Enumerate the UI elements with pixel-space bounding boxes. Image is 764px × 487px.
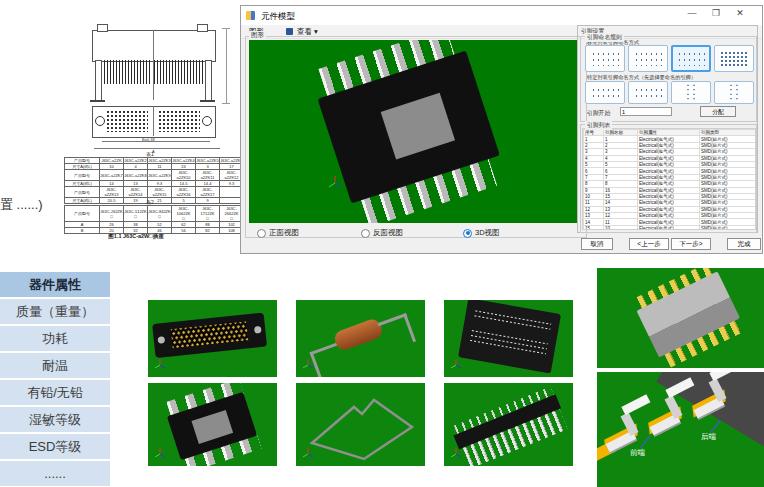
tile-outline-3d	[296, 383, 425, 466]
radio-icon	[463, 229, 472, 238]
figure-caption: 图1.1 J63C-a2W□插座	[30, 233, 242, 240]
viewport-3d[interactable]	[249, 40, 577, 223]
specific-naming-button[interactable]	[585, 81, 625, 104]
connector-drawing: B±0.38 A 表1 产品型号J63C-a2ZKJ63C-a2ZK2J63C-…	[30, 0, 242, 252]
dialog-titlebar[interactable]: 元件模型 — ❐ ✕	[241, 6, 762, 25]
standard-naming-button[interactable]	[628, 45, 668, 72]
viewport-group-label: 图形	[249, 31, 266, 40]
back-end-label: 后端	[701, 432, 716, 442]
drawing-pin-block	[154, 60, 206, 84]
component-model-dialog: 元件模型 — ❐ ✕ 图形 查看 ▾ 图形	[240, 5, 763, 254]
property-menu-item[interactable]: ESD等级	[0, 434, 110, 459]
drawing-table-cell: 产品型号	[65, 170, 100, 181]
drawing-table-cell: J63C-1062ZK □	[172, 206, 196, 222]
drawing-table-cell: J63C-a2ZK7	[100, 170, 124, 181]
drawing-table-cell: J63C-a2ZK	[100, 158, 124, 164]
drawing-table-cell: 产品型号	[65, 206, 100, 222]
property-menu-item[interactable]: 质量（重量）	[0, 299, 110, 324]
pin-pattern-icon	[685, 83, 697, 102]
radio-icon	[257, 229, 266, 238]
radio-icon	[361, 229, 370, 238]
standard-naming-button[interactable]	[671, 45, 711, 72]
drawing-tab	[197, 24, 208, 32]
property-menu-item[interactable]: 耐温	[0, 353, 110, 378]
pin-pattern-icon	[591, 51, 619, 66]
property-menu-item[interactable]: 湿敏等级	[0, 407, 110, 432]
property-menu-item[interactable]: 功耗	[0, 326, 110, 351]
assign-button[interactable]: 分配	[700, 106, 736, 117]
drawing-table-cell: J63C-a2ZK2	[124, 158, 148, 164]
drawing-table-cell: 产品型号	[65, 187, 100, 198]
specific-naming-button[interactable]	[628, 81, 668, 104]
app-icon	[246, 11, 255, 20]
drawing-table-cell: J63C-a2ZK17	[196, 187, 220, 198]
radio-3d-view[interactable]: 3D视图	[463, 228, 500, 238]
pin-start-input[interactable]	[620, 107, 672, 116]
property-menu-item[interactable]: ......	[0, 461, 110, 486]
dialog-title: 元件模型	[261, 11, 295, 23]
drawing-table-cell: J63C-a2ZK11	[196, 170, 220, 181]
radio-label: 3D视图	[475, 228, 500, 238]
tile-resistor-3d	[296, 300, 425, 377]
tile-tssop-3d	[148, 383, 277, 466]
tile-bga-3d	[444, 300, 573, 377]
dialog-footer-button[interactable]: 下一步>	[671, 238, 711, 250]
axis-icon	[153, 358, 167, 372]
drawing-contact-grid	[106, 110, 148, 132]
tile-pad-closeup-3d: 前端 后端	[597, 372, 764, 487]
property-menu-item[interactable]: 器件属性	[0, 272, 110, 297]
drawing-tab	[97, 24, 108, 32]
drawing-side-view-body	[92, 30, 216, 62]
radio-front-view[interactable]: 正面视图	[257, 228, 299, 238]
radio-back-view[interactable]: 反面视图	[361, 228, 403, 238]
drawing-table-cell: J63C-512ZK □	[124, 206, 148, 222]
property-menu-item[interactable]: 有铅/无铅	[0, 380, 110, 405]
standard-naming-button[interactable]	[585, 45, 625, 72]
drawing-table-cell: J63C-1712ZK □	[196, 206, 220, 222]
board-outline-shape	[296, 383, 425, 466]
radio-label: 正面视图	[269, 228, 299, 238]
drawing-pin-block	[98, 60, 150, 84]
specific-naming-button[interactable]	[671, 81, 711, 104]
axis-icon	[449, 447, 463, 461]
pin-pattern-icon	[634, 51, 662, 66]
minimize-button[interactable]: —	[681, 8, 703, 18]
drawing-post	[95, 60, 102, 102]
dialog-footer-button[interactable]: <上一步	[629, 238, 669, 250]
radio-label: 反面视图	[373, 228, 403, 238]
drawing-table-cell: J63C-a2ZK5	[196, 158, 220, 164]
axis-icon	[327, 175, 343, 191]
property-menu: 器件属性质量（重量）功耗耐温有铅/无铅湿敏等级ESD等级......	[0, 272, 110, 487]
dialog-footer-button[interactable]: 完成	[727, 238, 761, 250]
drawing-table-cell: J63C-842ZK □	[148, 206, 172, 222]
standard-naming-button[interactable]	[714, 45, 754, 72]
drawing-post	[205, 60, 212, 102]
specific-naming-button[interactable]	[714, 81, 754, 104]
pin-pattern-icon	[677, 51, 705, 66]
pin-pattern-icon	[591, 87, 619, 99]
tile-soic-3d	[597, 268, 764, 368]
drawing-mounting-hole	[202, 116, 212, 126]
pin-start-label: 引脚开始	[587, 109, 610, 118]
document-text-fragment: 置 ......)	[0, 196, 43, 214]
axis-icon	[301, 358, 315, 372]
drawing-table-cell: J63C-a2ZK8	[124, 170, 148, 181]
drawing-table-cell: J63C-a2ZK15	[148, 187, 172, 198]
drawing-table-cell: J63C-a2ZK3	[148, 158, 172, 164]
pin-table-container[interactable]: 序号 引脚名称 引脚属性 引脚类型 11Electrical(电气式)SMD(贴…	[582, 128, 756, 230]
pin-table: 序号 引脚名称 引脚属性 引脚类型 11Electrical(电气式)SMD(贴…	[583, 129, 756, 230]
drawing-table-cell: J63C-262ZK □	[100, 206, 124, 222]
pin-pattern-icon	[634, 87, 662, 99]
pin-table-body: 11Electrical(电气式)SMD(贴片式)22Electrical(电气…	[584, 136, 756, 230]
axis-icon	[153, 447, 167, 461]
dialog-footer-button[interactable]: 取消	[581, 238, 613, 250]
naming-rule-label: 引脚命名规则	[585, 33, 624, 42]
pin-list-label: 引脚列表	[585, 121, 612, 130]
pin-table-row[interactable]: 1510Electrical(电气式)SMD(贴片式)	[584, 225, 756, 230]
view-tool-icon	[286, 28, 293, 35]
pin-settings-panel: 引脚设置 引脚命名规则 标准封装引脚命名方式 特定封装引脚命名方式（先选择要命名…	[577, 25, 758, 233]
maximize-button[interactable]: ❐	[705, 8, 727, 18]
close-button[interactable]: ✕	[729, 8, 751, 18]
drawing-contact-grid	[158, 110, 200, 132]
specific-naming-label: 特定封装引脚命名方式（先选择要命名的引脚）	[587, 74, 696, 81]
